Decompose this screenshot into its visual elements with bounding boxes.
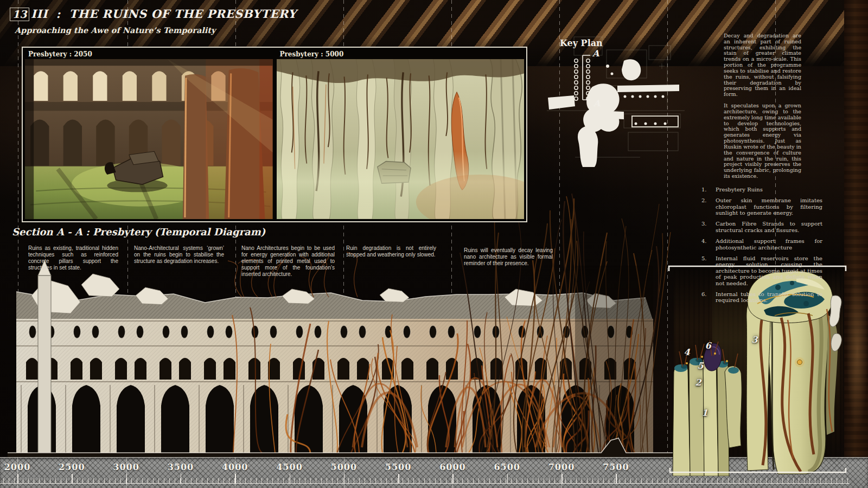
timeline-year-label: 3500 — [168, 462, 194, 472]
timeline-major-tick — [235, 474, 236, 484]
timeline-year-label: 6500 — [494, 462, 520, 472]
panel-label-5000: Presbytery : 5000 — [277, 50, 525, 59]
timeline-major-tick — [507, 474, 508, 484]
note-number: 4. — [700, 238, 716, 251]
note-number: 2. — [700, 197, 716, 216]
note-text: Additional support frames for photosynth… — [716, 238, 822, 251]
timeline-year-label: 7000 — [548, 462, 575, 472]
note-number: 3. — [700, 221, 716, 233]
timeline-major-tick — [452, 474, 454, 484]
note-number: 6. — [700, 291, 716, 304]
note-item: 5.Internal fluid reservoirs store the en… — [700, 255, 825, 286]
note-text: Presbytery Ruins — [716, 187, 822, 192]
note-item: 1.Presbytery Ruins — [700, 187, 825, 192]
timeline-year-label: 3000 — [113, 462, 139, 472]
callout-4: 4 — [684, 347, 690, 357]
timeline-major-tick — [344, 474, 345, 484]
page-subtitle: Approaching the Awe of Nature’s Temporal… — [15, 25, 215, 35]
section-marker-a-bottom: A — [593, 98, 601, 108]
timeline-year-label: 4000 — [222, 462, 248, 472]
callout-2: 2 — [695, 377, 701, 388]
note-item: 4.Additional support frames for photosyn… — [700, 238, 825, 251]
callout-5: 5 — [697, 361, 703, 371]
page-title: III : THE RUINS OF THE PRESBYTERY — [31, 7, 297, 21]
panel-art-5000 — [277, 59, 525, 219]
timeline-major-tick — [398, 474, 399, 484]
description-paragraph: It speculates upon a grown architecture,… — [724, 103, 801, 179]
key-plan-drawing: A A — [542, 34, 689, 169]
timeline-year-label: 4500 — [276, 462, 303, 472]
presentation-board: 13 III : THE RUINS OF THE PRESBYTERY App… — [0, 0, 868, 488]
timeline-minor-ticks — [0, 478, 850, 484]
timeline-major-tick — [616, 474, 617, 484]
note-number: 1. — [700, 187, 716, 192]
note-item: 2.Outer skin membrane imitates chloropla… — [700, 197, 825, 216]
section-temporal-illustration — [0, 184, 673, 458]
note-number: 5. — [700, 255, 716, 286]
panel-frame: Presbytery : 2050 — [22, 47, 527, 222]
description-paragraph: Decay and degradation are an inherent pa… — [724, 33, 801, 98]
timeline-major-tick — [181, 474, 182, 484]
timeline-major-tick — [17, 474, 18, 484]
note-text: Internal tubes to transfer solution to r… — [716, 291, 822, 304]
timeline-year-label: 2500 — [59, 462, 85, 472]
timeline-major-tick — [126, 474, 127, 484]
timeline-major-tick — [561, 474, 563, 484]
timeline-year-label: 6000 — [439, 462, 466, 472]
note-item: 3.Carbon Fibre Strands to support struct… — [700, 221, 825, 233]
panel-presbytery-5000: Presbytery : 5000 — [277, 50, 525, 219]
note-item: 6.Internal tubes to transfer solution to… — [700, 291, 825, 304]
annotation-stage-2: Nano-Architectural systems ‘grown’ on th… — [134, 245, 224, 265]
annotation-stage-3: Nano Architectures begin to be used for … — [241, 245, 335, 278]
key-plan-title: Key Plan — [560, 38, 603, 48]
callout-3: 3 — [751, 335, 757, 345]
timeline-year-label: 2000 — [4, 462, 31, 472]
callout-6: 6 — [705, 341, 711, 351]
note-text: Carbon Fibre Strands to support structur… — [716, 221, 822, 233]
note-text: Outer skin membrane imitates chloroplast… — [716, 197, 822, 216]
section-heading: Section A - A : Presbytery (Temporal Dia… — [12, 226, 265, 237]
section-marker-a-top: A — [592, 48, 599, 59]
annotation-stage-4: Ruin degradation is not entirely stopped… — [346, 245, 436, 258]
callout-1: 1 — [701, 408, 707, 418]
numbered-notes-list: 1.Presbytery Ruins 2.Outer skin membrane… — [700, 187, 825, 304]
panel-art-2050 — [25, 59, 273, 219]
timeline-major-tick — [290, 474, 291, 484]
panel-label-2050: Presbytery : 2050 — [25, 50, 273, 59]
timeline-major-tick — [72, 474, 73, 484]
panel-presbytery-2050: Presbytery : 2050 — [25, 50, 273, 219]
annotation-stage-1: Ruins as existing, traditional hidden te… — [28, 245, 118, 271]
description-column: Decay and degradation are an inherent pa… — [700, 33, 825, 309]
timeline-year-label: 5000 — [331, 462, 358, 472]
note-text: Internal fluid reservoirs store the ener… — [716, 255, 822, 286]
timeline-year-label: 5500 — [385, 462, 412, 472]
timeline-year-label: 7500 — [603, 462, 629, 472]
annotation-stage-5: Ruins will eventually decay leaving nano… — [464, 247, 553, 267]
page-number: 13 — [10, 8, 29, 21]
